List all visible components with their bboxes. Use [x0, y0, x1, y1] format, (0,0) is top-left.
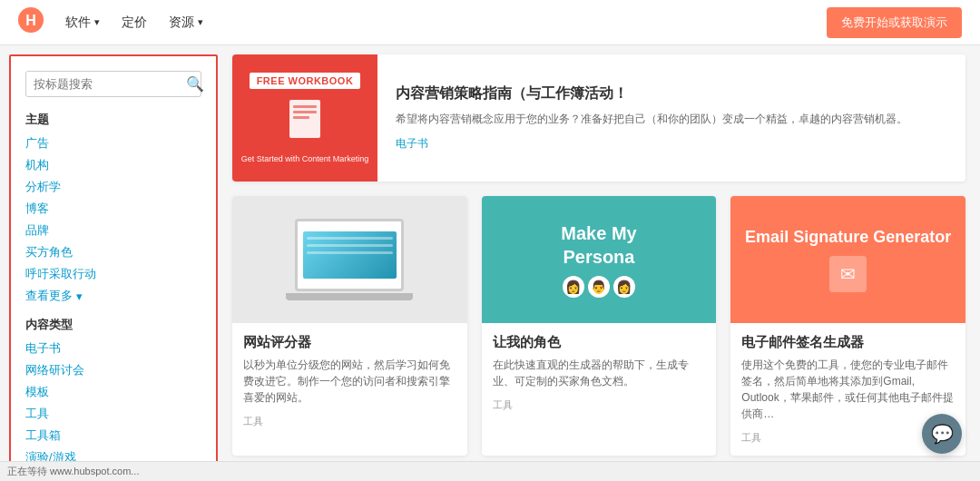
search-box[interactable]: 🔍	[25, 71, 201, 97]
workbook-icon	[282, 96, 328, 149]
avatar-1: 👩	[563, 276, 584, 298]
tool-tag-persona: 工具	[493, 399, 513, 410]
sidebar-item-ebook[interactable]: 电子书	[25, 340, 201, 357]
tool-tag-website-grader: 工具	[243, 416, 263, 427]
status-text: 正在等待 www.hubspot.com...	[7, 465, 140, 478]
email-content: Email Signature Generator ✉	[745, 227, 951, 291]
hubspot-logo[interactable]: H	[18, 7, 44, 38]
tool-name-persona: 让我的角色	[493, 334, 706, 351]
sidebar-item-tool[interactable]: 工具	[25, 406, 201, 422]
tools-grid: 网站评分器 以秒为单位分级您的网站，然后学习如何免费改进它。制作一个您的访问者和…	[232, 196, 965, 456]
topics-section: 主题 广告 机构 分析学 博客 品牌 买方角色 呼吁采取行动 查看更多 ▾	[25, 112, 201, 304]
chat-button[interactable]: 💬	[922, 414, 962, 454]
sidebar: 🔍 主题 广告 机构 分析学 博客 品牌 买方角色 呼吁采取行动 查看更多 ▾ …	[9, 54, 218, 472]
featured-tag[interactable]: 电子书	[396, 136, 907, 152]
svg-text:H: H	[25, 13, 36, 28]
free-workbook-badge: FREE WORKBOOK	[250, 73, 361, 89]
chevron-down-icon: ▾	[198, 16, 203, 28]
tool-card-image-persona: Make MyPersona 👩 👨 👩	[482, 196, 717, 323]
main-layout: 🔍 主题 广告 机构 分析学 博客 品牌 买方角色 呼吁采取行动 查看更多 ▾ …	[0, 45, 980, 481]
sidebar-item-agency[interactable]: 机构	[25, 157, 201, 173]
laptop-visual	[286, 219, 413, 300]
email-title: Email Signature Generator	[745, 227, 951, 248]
nav-software[interactable]: 软件 ▾	[65, 15, 100, 31]
see-more-button[interactable]: 查看更多 ▾	[25, 288, 201, 304]
sidebar-item-buyer-persona[interactable]: 买方角色	[25, 244, 201, 260]
content-type-section: 内容类型 电子书 网络研讨会 模板 工具 工具箱 演验/游戏	[25, 317, 201, 466]
tool-card-website-grader: 网站评分器 以秒为单位分级您的网站，然后学习如何免费改进它。制作一个您的访问者和…	[232, 196, 467, 456]
chat-icon: 💬	[931, 423, 954, 445]
tool-desc-persona: 在此快速直观的生成器的帮助下，生成专业、可定制的买家角色文档。	[493, 357, 706, 389]
persona-title: Make MyPersona	[561, 221, 636, 269]
sidebar-item-toolkit[interactable]: 工具箱	[25, 427, 201, 444]
tool-tag-email-sig: 工具	[741, 432, 761, 443]
avatar-3: 👩	[613, 276, 635, 298]
chevron-down-icon: ▾	[94, 16, 100, 28]
svg-rect-5	[293, 116, 309, 119]
featured-title: 内容营销策略指南（与工作簿活动！	[396, 84, 907, 103]
persona-content: Make MyPersona 👩 👨 👩	[561, 221, 636, 298]
tool-card-persona: Make MyPersona 👩 👨 👩 让我的角色 在此快速直观的生成器的帮助…	[482, 196, 717, 456]
sidebar-item-webinar[interactable]: 网络研讨会	[25, 362, 201, 378]
tool-card-image-website-grader	[232, 196, 467, 323]
nav-left: H 软件 ▾ 定价 资源 ▾	[18, 7, 203, 38]
sidebar-item-blog[interactable]: 博客	[25, 201, 201, 217]
sidebar-item-template[interactable]: 模板	[25, 384, 201, 400]
email-icon: ✉	[829, 256, 867, 292]
featured-description: 希望将内容营销概念应用于您的业务？准备好把自己（和你的团队）变成一个精益，卓越的…	[396, 111, 907, 127]
sidebar-item-cta[interactable]: 呼吁采取行动	[25, 266, 201, 282]
tool-card-image-email-sig: Email Signature Generator ✉	[730, 196, 965, 323]
chevron-down-icon: ▾	[76, 290, 83, 303]
sidebar-item-ads[interactable]: 广告	[25, 135, 201, 152]
persona-avatars: 👩 👨 👩	[563, 276, 635, 298]
featured-card: FREE WORKBOOK Get Started with Content M…	[232, 54, 965, 182]
nav-resources[interactable]: 资源 ▾	[169, 15, 203, 31]
workbook-subtitle: Get Started with Content Marketing	[241, 154, 369, 163]
status-bar: 正在等待 www.hubspot.com...	[0, 461, 980, 481]
topics-title: 主题	[25, 112, 201, 128]
content-type-title: 内容类型	[25, 317, 201, 333]
tool-desc-email-sig: 使用这个免费的工具，使您的专业电子邮件签名，然后简单地将其添加到Gmail, O…	[741, 357, 955, 422]
tool-card-body-website-grader: 网站评分器 以秒为单位分级您的网站，然后学习如何免费改进它。制作一个您的访问者和…	[232, 323, 467, 439]
content-area: FREE WORKBOOK Get Started with Content M…	[218, 45, 980, 481]
sidebar-item-brand[interactable]: 品牌	[25, 222, 201, 239]
top-navigation: H 软件 ▾ 定价 资源 ▾ 免费开始或获取演示	[0, 0, 980, 45]
avatar-2: 👨	[588, 276, 610, 298]
tool-card-body-persona: 让我的角色 在此快速直观的生成器的帮助下，生成专业、可定制的买家角色文档。 工具	[482, 323, 717, 423]
search-input[interactable]	[34, 77, 186, 91]
search-icon[interactable]: 🔍	[186, 75, 204, 93]
sidebar-item-analytics[interactable]: 分析学	[25, 179, 201, 195]
cta-button[interactable]: 免费开始或获取演示	[827, 7, 962, 38]
nav-pricing[interactable]: 定价	[122, 15, 147, 31]
featured-content: 内容营销策略指南（与工作簿活动！ 希望将内容营销概念应用于您的业务？准备好把自己…	[377, 54, 926, 182]
svg-rect-4	[293, 111, 317, 113]
svg-rect-3	[293, 105, 317, 108]
featured-image: FREE WORKBOOK Get Started with Content M…	[232, 54, 377, 182]
tool-name-website-grader: 网站评分器	[243, 334, 456, 351]
tool-name-email-sig: 电子邮件签名生成器	[741, 334, 955, 351]
tool-desc-website-grader: 以秒为单位分级您的网站，然后学习如何免费改进它。制作一个您的访问者和搜索引擎喜爱…	[243, 357, 456, 406]
